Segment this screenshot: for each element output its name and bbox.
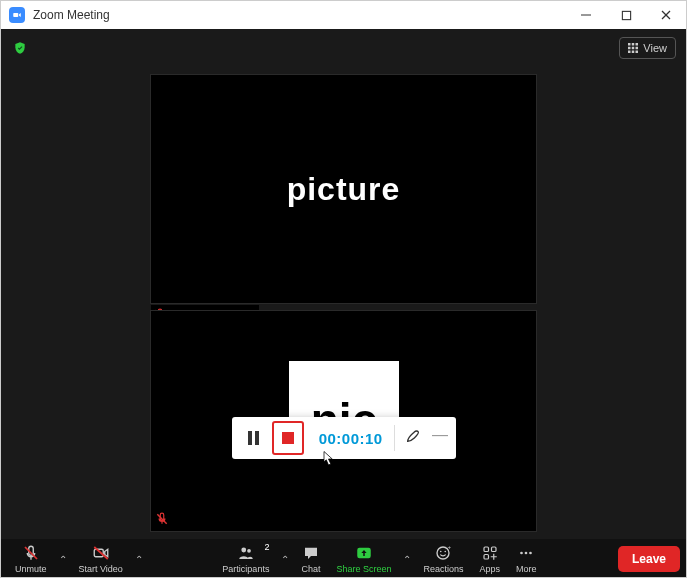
apps-button[interactable]: Apps	[471, 544, 508, 574]
cursor-pointer-icon	[319, 450, 335, 468]
unmute-button[interactable]: Unmute	[7, 544, 55, 574]
meeting-area: View picture nic 00:00:10	[1, 29, 686, 539]
svg-point-20	[247, 549, 251, 553]
svg-rect-27	[491, 547, 496, 552]
divider	[394, 425, 395, 451]
recording-toolbar[interactable]: 00:00:10 —	[232, 417, 456, 459]
svg-text:+: +	[448, 544, 452, 550]
start-video-label: Start Video	[79, 564, 123, 574]
share-screen-button[interactable]: Share Screen	[328, 544, 399, 574]
leave-label: Leave	[632, 552, 666, 566]
more-button[interactable]: More	[508, 544, 545, 574]
svg-rect-6	[632, 43, 635, 46]
svg-rect-28	[484, 555, 489, 560]
view-label: View	[643, 42, 667, 54]
reactions-button[interactable]: + Reactions	[415, 544, 471, 574]
share-screen-label: Share Screen	[336, 564, 391, 574]
unmute-label: Unmute	[15, 564, 47, 574]
recording-pause-button[interactable]	[240, 424, 267, 452]
annotation-pen-button[interactable]	[400, 424, 427, 452]
start-video-button[interactable]: Start Video	[71, 544, 131, 574]
apps-label: Apps	[479, 564, 500, 574]
muted-mic-icon	[155, 512, 169, 526]
participants-label: Participants	[222, 564, 269, 574]
reactions-label: Reactions	[423, 564, 463, 574]
participants-button[interactable]: 2 Participants	[214, 544, 277, 574]
svg-point-23	[440, 551, 442, 553]
svg-rect-11	[628, 51, 631, 54]
toolbar-minimize-button[interactable]: —	[432, 426, 448, 444]
svg-rect-8	[628, 47, 631, 50]
svg-point-24	[445, 551, 447, 553]
window-minimize-button[interactable]	[566, 1, 606, 29]
meeting-toolbar: Unmute ⌃ Start Video ⌃ 2 Participants ⌃ …	[1, 539, 686, 578]
picture-label: picture	[265, 163, 423, 216]
view-button[interactable]: View	[619, 37, 676, 59]
pen-icon	[405, 428, 421, 448]
svg-point-19	[241, 548, 246, 553]
participants-icon	[237, 544, 255, 562]
svg-rect-13	[636, 51, 639, 54]
more-label: More	[516, 564, 537, 574]
window-close-button[interactable]	[646, 1, 686, 29]
participants-chevron[interactable]: ⌃	[277, 554, 293, 565]
stop-icon	[282, 432, 294, 444]
svg-point-29	[520, 552, 523, 555]
audio-options-chevron[interactable]: ⌃	[55, 554, 71, 565]
recording-timer: 00:00:10	[319, 430, 383, 447]
chat-button[interactable]: Chat	[293, 544, 328, 574]
share-screen-icon	[355, 544, 373, 562]
recording-stop-button[interactable]	[272, 421, 303, 455]
svg-point-31	[529, 552, 532, 555]
svg-point-30	[525, 552, 528, 555]
svg-rect-9	[632, 47, 635, 50]
participant-name-tag	[153, 509, 261, 529]
svg-rect-0	[13, 13, 18, 17]
window-maximize-button[interactable]	[606, 1, 646, 29]
zoom-app-icon	[9, 7, 25, 23]
svg-rect-10	[636, 47, 639, 50]
svg-rect-7	[636, 43, 639, 46]
participants-count-badge: 2	[264, 542, 269, 552]
video-tile-main[interactable]: picture	[150, 74, 537, 304]
svg-rect-26	[484, 547, 489, 552]
mic-muted-icon	[22, 544, 40, 562]
video-options-chevron[interactable]: ⌃	[131, 554, 147, 565]
chat-icon	[302, 544, 320, 562]
encryption-shield-icon[interactable]	[11, 39, 29, 57]
share-options-chevron[interactable]: ⌃	[399, 554, 415, 565]
svg-rect-2	[622, 11, 630, 19]
window-titlebar: Zoom Meeting	[1, 1, 686, 29]
apps-icon	[481, 544, 499, 562]
window-title: Zoom Meeting	[33, 8, 110, 22]
reactions-icon: +	[434, 544, 452, 562]
video-off-icon	[92, 544, 110, 562]
svg-rect-12	[632, 51, 635, 54]
svg-rect-5	[628, 43, 631, 46]
more-icon	[517, 544, 535, 562]
chat-label: Chat	[301, 564, 320, 574]
leave-button[interactable]: Leave	[618, 546, 680, 572]
grid-icon	[628, 43, 638, 53]
pause-icon	[248, 431, 259, 445]
